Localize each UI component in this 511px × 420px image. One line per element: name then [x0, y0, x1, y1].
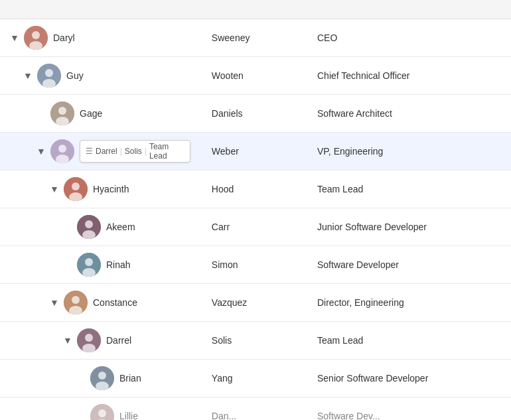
- position: Senior Software Developer: [307, 360, 511, 397]
- position-header: [307, 0, 511, 19]
- avatar: [77, 253, 101, 277]
- position: VP, Engineering: [307, 133, 511, 171]
- position: Team Lead: [307, 171, 511, 208]
- svg-point-10: [58, 145, 66, 153]
- svg-point-16: [85, 220, 93, 228]
- org-chart-table: ▼ DarylSweeneyCEO▼ GuyWootenChief Techni…: [0, 0, 511, 420]
- avatar: [77, 328, 101, 352]
- avatar: [50, 139, 74, 163]
- avatar: [90, 404, 114, 420]
- svg-point-7: [58, 107, 66, 115]
- last-name: Dan...: [201, 397, 307, 421]
- list-icon: ☰: [86, 147, 93, 156]
- first-name: Guy: [66, 70, 84, 81]
- tooltip-badge: ☰ Darrel | Solis | Team Lead: [80, 140, 190, 163]
- svg-point-13: [72, 182, 80, 190]
- table-row: GageDanielsSoftware Architect: [0, 95, 511, 133]
- position: Software Developer: [307, 246, 511, 284]
- table-row: RinahSimonSoftware Developer: [0, 246, 511, 284]
- expand-chevron[interactable]: ▼: [11, 34, 19, 42]
- table-row: LillieDan...Software Dev...: [0, 397, 511, 421]
- expand-chevron[interactable]: ▼: [37, 147, 45, 155]
- position: Chief Technical Officer: [307, 57, 511, 95]
- first-name: Brian: [119, 373, 141, 384]
- avatar: [24, 26, 48, 50]
- table-header-row: [0, 0, 511, 19]
- svg-point-31: [98, 409, 106, 417]
- avatar: [64, 177, 88, 201]
- last-name: Simon: [201, 246, 307, 284]
- position: Junior Software Developer: [307, 208, 511, 246]
- last-name: Wooten: [201, 57, 307, 95]
- tooltip-item-3: Team Lead: [149, 142, 184, 161]
- first-name: Hyacinth: [93, 184, 129, 194]
- expand-chevron[interactable]: ▼: [24, 72, 32, 80]
- last-name: Carr: [201, 208, 307, 246]
- first-name: Daryl: [53, 33, 75, 43]
- first-name-header: [0, 0, 201, 19]
- position: Team Lead: [307, 322, 511, 360]
- table-row: ▼ ☰ Darrel | Solis | Team Lead WeberVP, …: [0, 133, 511, 171]
- table-row: ▼ HyacinthHoodTeam Lead: [0, 171, 511, 208]
- last-name: Hood: [201, 171, 307, 208]
- table-row: ▼ DarrelSolisTeam Lead: [0, 322, 511, 360]
- position: Director, Engineering: [307, 284, 511, 322]
- table-row: ▼ GuyWootenChief Technical Officer: [0, 57, 511, 95]
- avatar: [77, 215, 101, 239]
- position: Software Dev...: [307, 397, 511, 421]
- expand-chevron[interactable]: ▼: [50, 299, 58, 307]
- tooltip-item-1: Darrel: [96, 147, 117, 156]
- last-name: Sweeney: [201, 19, 307, 57]
- avatar: [50, 102, 74, 125]
- last-name: Vazquez: [201, 284, 307, 322]
- svg-point-25: [85, 334, 93, 342]
- first-name: Lillie: [119, 411, 138, 420]
- svg-point-19: [85, 258, 93, 266]
- table-row: ▼ DarylSweeneyCEO: [0, 19, 511, 57]
- last-name: Daniels: [201, 95, 307, 133]
- first-name: Rinah: [106, 259, 131, 270]
- first-name: Constance: [93, 297, 137, 308]
- last-name: Solis: [201, 322, 307, 360]
- avatar: [90, 366, 114, 390]
- table-row: AkeemCarrJunior Software Developer: [0, 208, 511, 246]
- table-row: BrianYangSenior Software Developer: [0, 360, 511, 397]
- svg-point-4: [45, 69, 53, 77]
- table-row: ▼ ConstanceVazquezDirector, Engineering: [0, 284, 511, 322]
- last-name-header: [201, 0, 307, 19]
- first-name: Akeem: [106, 222, 135, 232]
- svg-point-28: [98, 372, 106, 380]
- avatar: [64, 291, 88, 315]
- avatar: [37, 64, 61, 88]
- last-name: Yang: [201, 360, 307, 397]
- svg-point-22: [72, 296, 80, 304]
- position: CEO: [307, 19, 511, 57]
- expand-chevron[interactable]: ▼: [64, 336, 72, 344]
- position: Software Architect: [307, 95, 511, 133]
- last-name: Weber: [201, 133, 307, 171]
- first-name: Darrel: [106, 335, 131, 346]
- svg-point-1: [32, 31, 40, 39]
- first-name: Gage: [80, 108, 102, 119]
- expand-chevron[interactable]: ▼: [50, 185, 58, 193]
- tooltip-item-2: Solis: [125, 147, 142, 156]
